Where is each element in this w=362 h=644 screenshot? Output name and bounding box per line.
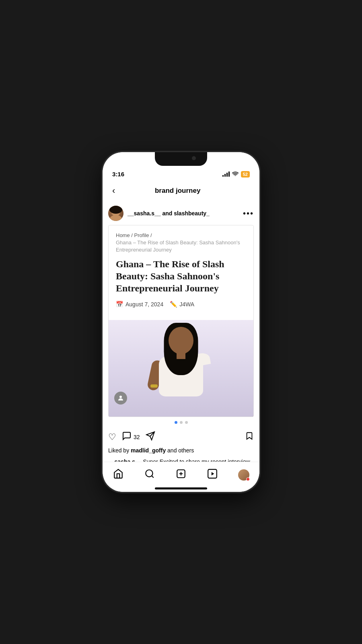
side-avatar xyxy=(114,392,127,405)
reels-icon xyxy=(207,469,218,481)
search-nav-button[interactable] xyxy=(141,466,158,484)
calendar-icon: 📅 xyxy=(116,301,123,308)
caption-username[interactable]: __sasha.s__ xyxy=(108,458,142,462)
likes-prefix: Liked by xyxy=(108,447,131,454)
meta-date: 📅 August 7, 2024 xyxy=(116,301,163,308)
home-bar xyxy=(155,487,207,489)
likes-suffix: and others xyxy=(166,447,194,454)
article-image xyxy=(109,320,253,417)
carousel-dots xyxy=(103,417,259,428)
add-icon xyxy=(176,469,186,481)
wifi-icon xyxy=(232,171,239,177)
post-username[interactable]: __sasha.s__ and slashbeauty_ xyxy=(128,210,210,217)
status-icons: 52 xyxy=(222,171,250,178)
like-icon: ♡ xyxy=(108,432,116,442)
avatar[interactable] xyxy=(108,206,123,221)
phone-frame: 3:16 52 xyxy=(103,152,259,492)
article-card: Home / Profile / Ghana – The Rise of Sla… xyxy=(108,225,254,417)
comment-count: 32 xyxy=(134,434,140,440)
like-button[interactable]: ♡ xyxy=(108,432,116,442)
phone-screen: 3:16 52 xyxy=(103,152,259,492)
share-icon xyxy=(146,431,155,443)
carousel-dot-2[interactable] xyxy=(180,421,183,424)
post-user-info: __sasha.s__ and slashbeauty_ xyxy=(128,210,243,217)
actions-left: ♡ 32 xyxy=(108,431,155,443)
reels-nav-button[interactable] xyxy=(204,466,221,484)
nav-title: brand journey xyxy=(118,187,237,195)
share-button[interactable] xyxy=(146,431,155,443)
carousel-dot-1[interactable] xyxy=(175,421,177,424)
signal-icon xyxy=(222,172,230,177)
breadcrumb-sep1: / xyxy=(131,232,134,238)
svg-point-3 xyxy=(146,470,152,477)
comment-icon xyxy=(122,431,132,443)
likes-user[interactable]: madlid_goffy xyxy=(131,447,166,454)
notification-dot xyxy=(246,477,250,481)
carousel-dot-3[interactable] xyxy=(185,421,188,424)
breadcrumb-profile[interactable]: Profile xyxy=(134,232,149,238)
meta-author: ✏️ J4WA xyxy=(170,301,194,308)
bookmark-button[interactable] xyxy=(245,431,254,443)
battery-indicator: 52 xyxy=(241,171,250,178)
post-actions: ♡ 32 xyxy=(103,428,259,446)
breadcrumb-home[interactable]: Home xyxy=(116,232,130,238)
article-date: August 7, 2024 xyxy=(125,301,163,308)
article-author: J4WA xyxy=(179,301,194,308)
breadcrumb-sub: Ghana – The Rise of Slash Beauty: Sasha … xyxy=(116,239,240,253)
svg-line-4 xyxy=(152,476,154,478)
caption: __sasha.s__ Super Excited to share my re… xyxy=(103,456,259,462)
more-options-button[interactable]: ••• xyxy=(243,209,254,218)
home-nav-button[interactable] xyxy=(109,466,127,484)
article-title: Ghana – The Rise of Slash Beauty: Sasha … xyxy=(116,258,246,294)
notch xyxy=(155,152,207,166)
article-inner: Home / Profile / Ghana – The Rise of Sla… xyxy=(109,225,253,320)
svg-point-0 xyxy=(119,396,122,398)
top-nav: ‹ brand journey xyxy=(103,181,259,202)
search-icon xyxy=(144,469,155,481)
comment-button[interactable]: 32 xyxy=(122,431,140,443)
back-button[interactable]: ‹ xyxy=(109,184,118,198)
breadcrumb-sep2: / xyxy=(150,232,152,238)
article-meta: 📅 August 7, 2024 ✏️ J4WA xyxy=(116,301,246,308)
home-icon xyxy=(113,469,123,481)
post-header: __sasha.s__ and slashbeauty_ ••• xyxy=(103,202,259,225)
camera xyxy=(192,156,196,160)
add-nav-button[interactable] xyxy=(172,466,190,484)
post-content: Home / Profile / Ghana – The Rise of Sla… xyxy=(103,225,259,462)
likes-row: Liked by madlid_goffy and others xyxy=(103,446,259,456)
breadcrumb: Home / Profile / Ghana – The Rise of Sla… xyxy=(116,232,246,254)
author-icon: ✏️ xyxy=(170,301,177,308)
profile-nav-button[interactable] xyxy=(235,466,253,484)
profile-avatar xyxy=(238,469,249,481)
status-time: 3:16 xyxy=(112,171,124,178)
